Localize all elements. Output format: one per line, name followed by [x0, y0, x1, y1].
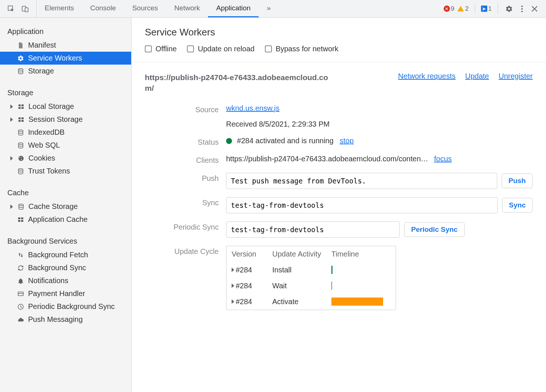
sidebar-item-background-fetch[interactable]: Background Fetch: [0, 248, 131, 261]
expand-triangle-icon: [10, 117, 13, 122]
sidebar-item-trust-tokens[interactable]: Trust Tokens: [0, 165, 131, 178]
sidebar-item-indexeddb[interactable]: IndexedDB: [0, 126, 131, 139]
more-icon[interactable]: [517, 4, 527, 14]
update-cycle-label: Update Cycle: [145, 246, 219, 256]
sidebar-item-local-storage[interactable]: Local Storage: [0, 100, 131, 113]
sidebar-item-label: Periodic Background Sync: [28, 302, 115, 311]
svg-point-19: [21, 157, 22, 158]
sw-actions: Network requests Update Unregister: [398, 72, 533, 80]
sidebar-item-application-cache[interactable]: Application Cache: [0, 213, 131, 226]
sidebar-section-title: Storage: [0, 86, 131, 100]
sidebar-item-manifest[interactable]: Manifest: [0, 39, 131, 52]
sidebar-item-label: Service Workers: [28, 54, 82, 62]
sidebar-item-notifications[interactable]: Notifications: [0, 274, 131, 287]
sidebar-item-cache-storage[interactable]: Cache Storage: [0, 200, 131, 213]
messages-count: 1: [488, 5, 492, 13]
devtools-topbar: Elements Console Sources Network Applica…: [0, 0, 546, 18]
timeline-bar: [331, 282, 332, 290]
network-requests-link[interactable]: Network requests: [398, 72, 456, 80]
clients-focus-link[interactable]: focus: [434, 155, 452, 163]
svg-rect-14: [21, 120, 24, 122]
cycle-activity: Activate: [272, 298, 331, 306]
sidebar-item-label: Storage: [28, 67, 54, 75]
svg-rect-7: [18, 104, 21, 106]
unregister-link[interactable]: Unregister: [499, 72, 533, 80]
svg-point-20: [21, 159, 22, 160]
sync-label: Sync: [145, 197, 219, 207]
sidebar-item-cookies[interactable]: Cookies: [0, 152, 131, 165]
bypass-label: Bypass for network: [276, 45, 338, 53]
svg-point-18: [20, 157, 20, 158]
svg-rect-9: [18, 107, 21, 109]
messages-badge[interactable]: ➤ 1: [481, 5, 492, 13]
sidebar-item-web-sql[interactable]: Web SQL: [0, 139, 131, 152]
tab-elements[interactable]: Elements: [37, 0, 82, 17]
offline-label: Offline: [156, 45, 177, 53]
svg-point-15: [18, 130, 23, 131]
sidebar-item-session-storage[interactable]: Session Storage: [0, 113, 131, 126]
svg-rect-11: [18, 117, 21, 119]
tab-network[interactable]: Network: [166, 0, 208, 17]
device-toggle-icon[interactable]: [20, 4, 30, 14]
sidebar-item-service-workers[interactable]: Service Workers: [0, 52, 131, 65]
push-input[interactable]: [226, 173, 497, 189]
sidebar-item-background-sync[interactable]: Background Sync: [0, 261, 131, 274]
periodic-sync-label: Periodic Sync: [145, 221, 219, 231]
status-label: Status: [145, 137, 219, 147]
push-button[interactable]: Push: [502, 173, 533, 188]
sidebar-item-label: Cache Storage: [28, 202, 78, 211]
svg-rect-8: [21, 104, 24, 106]
svg-rect-26: [21, 220, 23, 222]
warnings-badge[interactable]: 2: [457, 5, 468, 13]
svg-rect-2: [25, 8, 28, 12]
checkbox-icon: [145, 45, 152, 52]
db-icon: [17, 68, 24, 75]
update-on-reload-checkbox[interactable]: Update on reload: [187, 45, 254, 53]
close-icon[interactable]: [530, 4, 539, 14]
clients-url: https://publish-p24704-e76433.adobeaemcl…: [226, 155, 428, 163]
sidebar-item-label: Web SQL: [28, 141, 60, 149]
cycle-row[interactable]: #284Activate: [226, 294, 396, 310]
status-stop-link[interactable]: stop: [340, 137, 354, 145]
sync-input[interactable]: [226, 197, 498, 213]
source-file-link[interactable]: wknd.us.ensw.js: [226, 104, 280, 112]
tab-application[interactable]: Application: [208, 0, 259, 17]
gear-icon: [17, 55, 24, 62]
source-received: Received 8/5/2021, 2:29:33 PM: [226, 120, 533, 128]
update-link[interactable]: Update: [465, 72, 489, 80]
periodic-sync-button[interactable]: Periodic Sync: [404, 222, 465, 237]
svg-rect-27: [18, 292, 23, 296]
inspect-element-icon[interactable]: [6, 4, 16, 14]
svg-rect-12: [21, 117, 24, 119]
sidebar-section-title: Application: [0, 24, 131, 39]
sidebar-item-label: Application Cache: [28, 215, 88, 224]
sidebar-item-payment-handler[interactable]: Payment Handler: [0, 287, 131, 300]
db-icon: [17, 168, 24, 175]
tab-console[interactable]: Console: [82, 0, 124, 17]
sidebar-item-label: Cookies: [28, 154, 55, 162]
sidebar-item-label: Push Messaging: [28, 315, 83, 324]
bypass-checkbox[interactable]: Bypass for network: [265, 45, 338, 53]
sidebar-item-label: Local Storage: [28, 102, 74, 111]
sync-button[interactable]: Sync: [502, 198, 533, 213]
sidebar-item-label: Notifications: [28, 276, 68, 285]
sw-origin-url: https://publish-p24704-e76433.adobeaemcl…: [145, 72, 337, 94]
offline-checkbox[interactable]: Offline: [145, 45, 177, 53]
periodic-sync-input[interactable]: [226, 221, 400, 238]
tab-sources[interactable]: Sources: [124, 0, 166, 17]
checkbox-icon: [265, 45, 272, 52]
sidebar-item-periodic-background-sync[interactable]: Periodic Background Sync: [0, 300, 131, 313]
sidebar-item-push-messaging[interactable]: Push Messaging: [0, 313, 131, 326]
svg-point-3: [521, 6, 523, 7]
tab-overflow[interactable]: »: [259, 0, 279, 17]
settings-icon[interactable]: [504, 4, 514, 14]
checkbox-icon: [187, 45, 194, 52]
warnings-count: 2: [465, 5, 468, 13]
errors-badge[interactable]: ✕ 9: [444, 5, 454, 13]
expand-triangle-icon: [10, 104, 13, 109]
svg-point-17: [18, 156, 24, 161]
cycle-row[interactable]: #284Wait: [226, 278, 396, 294]
cycle-row[interactable]: #284Install: [226, 262, 396, 278]
sidebar-item-storage[interactable]: Storage: [0, 65, 131, 78]
grid-icon: [17, 103, 25, 110]
